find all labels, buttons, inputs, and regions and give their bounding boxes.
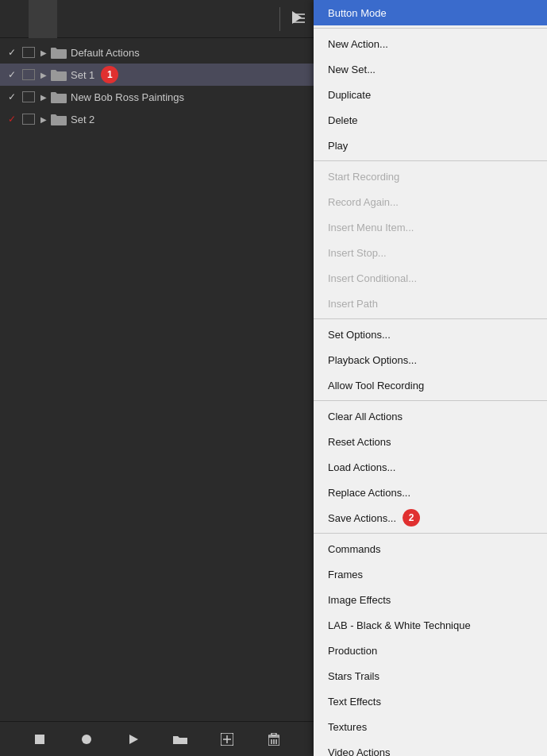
- stop-button[interactable]: [29, 728, 51, 750]
- menu-item-label-5-0: Commands: [328, 543, 380, 555]
- menu-item-label-5-2: Image Effects: [328, 594, 391, 606]
- menu-item-3-2[interactable]: Allow Tool Recording: [314, 372, 547, 398]
- action-folder-icon-2: [51, 91, 67, 103]
- menu-separator-0: [314, 28, 547, 29]
- menu-item-4-3[interactable]: Replace Actions...: [314, 480, 547, 505]
- svg-rect-3: [35, 735, 44, 744]
- tab-actions[interactable]: [29, 0, 57, 38]
- action-label-1: Set 1: [71, 69, 94, 81]
- menu-item-label-1-0: New Action...: [328, 38, 388, 50]
- delete-icon: [268, 733, 279, 746]
- menu-item-5-6[interactable]: Text Effects: [314, 688, 547, 714]
- action-chevron-1: ▶: [38, 71, 49, 79]
- menu-item-2-3: Insert Stop...: [314, 240, 547, 265]
- menu-item-5-0[interactable]: Commands: [314, 536, 547, 561]
- menu-item-label-5-5: Stars Trails: [328, 670, 379, 682]
- menu-item-5-7[interactable]: Textures: [314, 714, 547, 739]
- menu-item-4-1[interactable]: Reset Actions: [314, 429, 547, 454]
- menu-item-5-3[interactable]: LAB - Black & White Technique: [314, 612, 547, 638]
- action-item-3[interactable]: ✓▶ Set 2: [0, 108, 314, 130]
- menu-item-1-3[interactable]: Delete: [314, 107, 547, 133]
- menu-item-label-5-8: Video Actions: [328, 746, 391, 757]
- bottom-toolbar: [0, 721, 314, 756]
- record-button[interactable]: [75, 728, 98, 750]
- menu-item-5-2[interactable]: Image Effects: [314, 587, 547, 612]
- svg-rect-6: [173, 738, 187, 744]
- menu-item-label-2-5: Insert Path: [328, 298, 378, 310]
- menu-item-5-8[interactable]: Video Actions: [314, 739, 547, 756]
- action-label-3: Set 2: [71, 114, 94, 125]
- menu-item-5-1[interactable]: Frames: [314, 561, 547, 587]
- folder-button[interactable]: [169, 728, 191, 750]
- menu-item-4-2[interactable]: Load Actions...: [314, 454, 547, 480]
- menu-item-5-4[interactable]: Production: [314, 638, 547, 663]
- menu-item-label-4-2: Load Actions...: [328, 461, 395, 473]
- action-label-2: New Bob Ross Paintings: [71, 91, 184, 103]
- menu-item-label-4-4: Save Actions...: [328, 512, 396, 524]
- action-chevron-0: ▶: [38, 48, 49, 57]
- menu-item-label-1-3: Delete: [328, 114, 358, 126]
- action-check-1: ✓: [5, 69, 19, 80]
- folder-icon: [173, 734, 187, 745]
- menu-item-2-1: Record Again...: [314, 189, 547, 214]
- menu-item-1-1[interactable]: New Set...: [314, 56, 547, 82]
- play-button[interactable]: [122, 728, 144, 750]
- menu-item-label-3-2: Allow Tool Recording: [328, 380, 424, 392]
- menu-item-2-4: Insert Conditional...: [314, 265, 547, 291]
- menu-item-3-1[interactable]: Playback Options...: [314, 347, 547, 372]
- add-icon: [221, 733, 233, 746]
- action-check-2: ✓: [5, 91, 19, 102]
- record-icon: [81, 734, 92, 745]
- action-square-3: [22, 114, 35, 125]
- delete-button[interactable]: [263, 728, 285, 750]
- menu-item-label-1-2: Duplicate: [328, 89, 371, 101]
- menu-item-label-5-6: Text Effects: [328, 696, 381, 708]
- menu-item-4-0[interactable]: Clear All Actions: [314, 403, 547, 429]
- panel: ✓▶ Default Actions✓▶ Set 11✓▶ New Bob Ro…: [0, 0, 314, 756]
- menu-item-label-2-0: Start Recording: [328, 171, 399, 183]
- action-square-1: [22, 69, 35, 80]
- menu-item-label-5-4: Production: [328, 645, 377, 657]
- menu-item-1-2[interactable]: Duplicate: [314, 82, 547, 107]
- menu-item-label-5-1: Frames: [328, 569, 363, 580]
- menu-item-1-4[interactable]: Play: [314, 133, 547, 158]
- svg-rect-12: [272, 733, 276, 735]
- action-item-1[interactable]: ✓▶ Set 11: [0, 64, 314, 86]
- menu-item-label-4-0: Clear All Actions: [328, 411, 403, 422]
- menu-item-1-0[interactable]: New Action...: [314, 31, 547, 56]
- menu-item-label-2-1: Record Again...: [328, 196, 399, 208]
- action-chevron-3: ▶: [38, 115, 49, 124]
- action-badge-1: 1: [101, 66, 118, 83]
- menu-item-label-4-1: Reset Actions: [328, 436, 391, 448]
- menu-item-5-5[interactable]: Stars Trails: [314, 663, 547, 688]
- action-folder-icon-0: [51, 46, 67, 59]
- actions-list: ✓▶ Default Actions✓▶ Set 11✓▶ New Bob Ro…: [0, 38, 314, 721]
- stop-icon: [34, 734, 45, 745]
- menu-item-label-2-4: Insert Conditional...: [328, 272, 417, 284]
- action-item-2[interactable]: ✓▶ New Bob Ross Paintings: [0, 86, 314, 108]
- action-folder-icon-3: [51, 113, 67, 125]
- play-icon: [128, 734, 139, 745]
- menu-item-label-5-3: LAB - Black & White Technique: [328, 619, 471, 631]
- cursor-arrow: [292, 11, 302, 24]
- action-label-0: Default Actions: [71, 47, 140, 59]
- menu-item-label-4-3: Replace Actions...: [328, 487, 410, 499]
- add-button[interactable]: [216, 728, 238, 750]
- action-square-0: [22, 47, 35, 58]
- menu-item-label-1-4: Play: [328, 140, 348, 152]
- menu-item-label-3-0: Set Options...: [328, 329, 391, 341]
- menu-item-label-1-1: New Set...: [328, 64, 376, 75]
- menu-item-label-2-2: Insert Menu Item...: [328, 222, 414, 233]
- menu-item-3-0[interactable]: Set Options...: [314, 322, 547, 347]
- svg-marker-5: [129, 735, 138, 744]
- menu-item-label-0-0: Button Mode: [328, 7, 387, 19]
- menu-separator-4: [314, 533, 547, 534]
- action-item-0[interactable]: ✓▶ Default Actions: [0, 41, 314, 64]
- menu-item-0-0[interactable]: Button Mode: [314, 0, 547, 25]
- menu-item-label-5-7: Textures: [328, 721, 367, 733]
- menu-item-4-4[interactable]: Save Actions...2: [314, 505, 547, 530]
- tab-history[interactable]: [0, 0, 29, 38]
- menu-badge-4-4: 2: [403, 509, 420, 526]
- menu-separator-2: [314, 318, 547, 319]
- menu-item-label-2-3: Insert Stop...: [328, 247, 387, 259]
